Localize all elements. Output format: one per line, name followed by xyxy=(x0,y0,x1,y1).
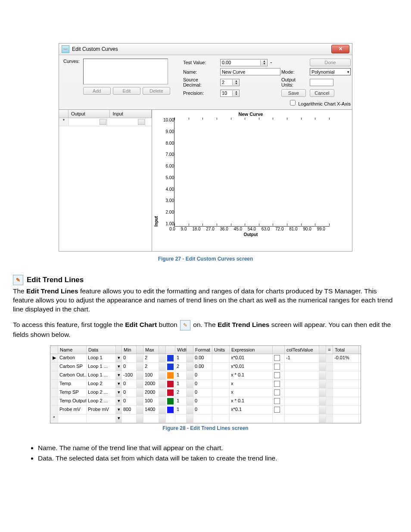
table-row[interactable]: Carbon SPLoop 1 ...▾0220.00x*0.01 xyxy=(50,363,361,371)
titlebar: 〰 Edit Custom Curves ✕ xyxy=(59,44,352,55)
plot-area xyxy=(174,118,330,227)
app-icon: 〰 xyxy=(62,45,69,53)
grid-input-cell[interactable] xyxy=(107,118,146,126)
logx-label: Logarithmic Chart X-Axis xyxy=(298,101,351,106)
bullet-data: Data. The selected data set from which d… xyxy=(38,454,398,462)
table-row[interactable]: Probe mVProbe mV▾800140010x*0.1 xyxy=(50,406,361,414)
table-header-row: Name Data Min Max Width Format Units Exp… xyxy=(50,346,361,354)
name-input[interactable]: New Curve xyxy=(220,68,280,75)
y-ticks: 10.009.00 8.007.00 6.005.00 4.003.00 2.0… xyxy=(159,118,174,226)
mode-label: Mode: xyxy=(281,69,307,75)
trend-lines-table[interactable]: Name Data Min Max Width Format Units Exp… xyxy=(50,345,361,423)
section-heading: ✎ Edit Trend Lines xyxy=(13,275,398,285)
window-title: Edit Custom Curves xyxy=(72,46,118,52)
para-2: To access this feature, first toggle the… xyxy=(13,320,398,339)
grid-header-output: Output xyxy=(68,110,110,118)
table-row[interactable]: Temp SPLoop 2 ...▾0200020x xyxy=(50,389,361,397)
output-units-input[interactable] xyxy=(310,79,333,86)
table-new-row[interactable]: *▾ xyxy=(50,414,361,423)
curves-label: Curves: xyxy=(63,59,80,64)
mode-dropdown[interactable]: Polynomial xyxy=(310,68,351,75)
cancel-button[interactable]: Cancel xyxy=(310,89,334,97)
edit-chart-icon: ✎ xyxy=(180,320,190,330)
new-row-star: * xyxy=(59,118,69,126)
grid-header-input: Input xyxy=(110,110,152,118)
precision-input[interactable]: 10▲▼ xyxy=(220,90,240,97)
test-value-label: Test Value: xyxy=(183,60,218,65)
x-axis-label: Output xyxy=(154,232,348,237)
logx-checkbox[interactable] xyxy=(290,100,296,106)
figure-27-caption: Figure 27 - Edit Custom Curves screen xyxy=(13,256,398,262)
table-row[interactable]: TempLoop 2▾0200010x xyxy=(50,380,361,389)
done-button[interactable]: Done xyxy=(310,59,351,66)
curves-listbox[interactable] xyxy=(83,59,168,84)
dash: - xyxy=(270,59,279,66)
source-decimal-input[interactable]: 2▲▼ xyxy=(220,79,240,86)
table-row[interactable]: Carbon Out...Loop 1 ...▾-10010010x * 0.1 xyxy=(50,371,361,380)
output-units-label: Output Units: xyxy=(281,77,307,87)
chart: New Curve Input 10.009.00 8.007.00 6.005… xyxy=(152,109,352,251)
table-row[interactable]: ▶CarbonLoop 1▾0210.00x*0.01-1-0.01% xyxy=(50,354,361,363)
name-label: Name: xyxy=(183,69,218,75)
close-button[interactable]: ✕ xyxy=(331,45,349,53)
bullet-name: Name. The name of the trend line that wi… xyxy=(38,444,398,452)
grid-output-cell[interactable] xyxy=(69,118,107,126)
edit-trend-lines-icon: ✎ xyxy=(13,275,23,285)
data-grid[interactable]: Output Input * xyxy=(59,109,152,251)
precision-label: Precision: xyxy=(183,90,218,96)
edit-custom-curves-window: 〰 Edit Custom Curves ✕ Curves: Add Edit … xyxy=(59,43,352,252)
x-ticks: 0.09.0 18.027.0 36.045.0 54.063.0 72.081… xyxy=(169,227,325,231)
bullet-list: Name. The name of the trend line that wi… xyxy=(21,444,398,462)
table-row[interactable]: Temp OutputLoop 2 ...▾010010x * 0.1 xyxy=(50,397,361,406)
test-value-input[interactable]: 0.00▲▼ xyxy=(220,59,268,66)
figure-28-caption: Figure 28 - Edit Trend Lines screen xyxy=(13,425,398,431)
edit-button[interactable]: Edit xyxy=(113,87,140,95)
y-axis-label: Input xyxy=(154,118,159,227)
para-1: The Edit Trend Lines feature allows you … xyxy=(13,287,398,314)
source-decimal-label: Source Decimal: xyxy=(183,77,218,87)
chart-title: New Curve xyxy=(154,112,348,117)
delete-button[interactable]: Delete xyxy=(143,87,170,95)
save-button[interactable]: Save xyxy=(281,89,306,97)
add-button[interactable]: Add xyxy=(83,87,111,95)
